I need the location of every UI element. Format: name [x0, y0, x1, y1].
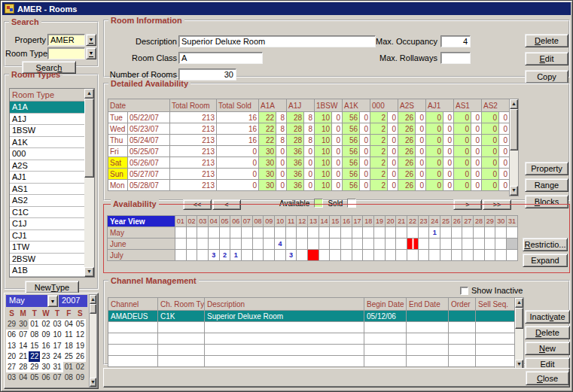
channel-empty-row[interactable]: [108, 333, 515, 345]
availability-row[interactable]: Thu05/24/072131622828810056020260000000: [108, 135, 510, 146]
room-type-item[interactable]: 000: [10, 148, 85, 160]
calendar-day[interactable]: 30: [17, 319, 29, 330]
room-type-dropdown-button[interactable]: ▼: [86, 47, 96, 59]
availability-row[interactable]: Wed05/23/072131622828810056020260000000: [108, 123, 510, 135]
calendar-day[interactable]: 01: [29, 319, 40, 330]
availability-row[interactable]: Mon05/28/07213030036010056020260000000: [108, 180, 510, 191]
room-class-field[interactable]: A: [178, 52, 263, 64]
calendar-day[interactable]: 04: [17, 372, 29, 383]
delete-channel-button[interactable]: Delete: [525, 326, 570, 339]
calendar-day[interactable]: 13: [6, 341, 17, 351]
calendar-day[interactable]: 20: [6, 351, 17, 362]
scroll-down-button[interactable]: ▼: [90, 378, 96, 387]
scroll-up-button[interactable]: ▲: [515, 298, 523, 308]
max-rollaways-field[interactable]: [440, 52, 471, 64]
availability-row[interactable]: Tue05/22/072131622828810056020260000000: [108, 112, 510, 123]
calendar-month-dropdown-button[interactable]: ▼: [47, 295, 58, 307]
room-type-item[interactable]: AS1: [10, 184, 85, 196]
calendar-day[interactable]: 01: [63, 362, 75, 372]
room-type-item[interactable]: 1BSW: [10, 125, 85, 137]
calendar-day[interactable]: 05: [29, 372, 40, 383]
calendar-scrollbar[interactable]: ▲ ▼: [89, 294, 97, 387]
calendar-day[interactable]: 05: [75, 319, 86, 330]
calendar-day[interactable]: 07: [52, 372, 63, 383]
room-type-scrollbar[interactable]: ▲ ▼: [84, 89, 94, 277]
room-type-item[interactable]: 2BSW: [10, 254, 85, 266]
room-type-item[interactable]: 1TW: [10, 242, 85, 254]
show-inactive-checkbox[interactable]: [460, 287, 468, 295]
year-view-month-row[interactable]: June4: [108, 239, 518, 250]
year-view-month-row[interactable]: July3213: [108, 250, 518, 261]
calendar-day[interactable]: 03: [6, 372, 17, 383]
availability-row[interactable]: Sun05/27/07213030036010056020260000000: [108, 169, 510, 180]
calendar-day[interactable]: 26: [75, 351, 86, 362]
room-type-item[interactable]: C1J: [10, 218, 85, 230]
description-field[interactable]: Superior Deluxe Room: [178, 35, 376, 47]
calendar-day[interactable]: 02: [75, 362, 86, 372]
calendar-day[interactable]: 04: [63, 319, 75, 330]
availability-row[interactable]: Fri05/25/07213030036010056020260000000: [108, 146, 510, 157]
calendar-day[interactable]: 27: [6, 362, 17, 372]
calendar-day[interactable]: 09: [40, 330, 51, 340]
property-button[interactable]: Property: [525, 162, 568, 175]
property-input[interactable]: AMER: [47, 34, 85, 46]
room-type-item[interactable]: A2S: [10, 160, 85, 172]
calendar-day[interactable]: 17: [52, 341, 63, 351]
calendar-day[interactable]: 06: [6, 330, 17, 340]
channel-table-scrollbar[interactable]: ▲ ▼: [514, 297, 524, 370]
scroll-down-button[interactable]: ▼: [510, 186, 518, 196]
room-type-item[interactable]: AS2: [10, 195, 85, 207]
calendar-day[interactable]: 29: [6, 319, 17, 330]
calendar-day[interactable]: 03: [52, 319, 63, 330]
calendar-day[interactable]: 30: [40, 362, 51, 372]
restrictions-button[interactable]: Restrictio...: [523, 238, 568, 251]
calendar-day[interactable]: 18: [63, 341, 75, 351]
calendar-day[interactable]: 14: [17, 341, 29, 351]
scrollbar-thumb[interactable]: [515, 308, 523, 329]
channel-empty-row[interactable]: [108, 322, 515, 333]
availability-row[interactable]: Sat05/26/07213030036010056020260000000: [108, 157, 510, 169]
calendar-day[interactable]: 23: [40, 351, 51, 362]
new-channel-button[interactable]: New: [525, 342, 570, 355]
room-type-item[interactable]: A1J: [10, 114, 85, 126]
scroll-down-button[interactable]: ▼: [84, 267, 94, 277]
calendar-day[interactable]: 12: [75, 330, 86, 340]
year-view-month-row[interactable]: May1: [108, 227, 518, 239]
calendar-day[interactable]: 24: [52, 351, 63, 362]
calendar-month-select[interactable]: May: [6, 295, 47, 307]
calendar-day[interactable]: 21: [17, 351, 29, 362]
range-button[interactable]: Range: [525, 178, 568, 192]
channel-empty-row[interactable]: [108, 356, 515, 367]
delete-room-button[interactable]: Delete: [525, 34, 568, 47]
calendar-day[interactable]: 06: [40, 372, 51, 383]
calendar-day[interactable]: 08: [29, 330, 40, 340]
scroll-up-button[interactable]: ▲: [90, 295, 96, 304]
calendar-day[interactable]: 25: [63, 351, 75, 362]
calendar-day[interactable]: 22: [29, 351, 40, 362]
calendar-year-field[interactable]: 2007: [59, 295, 87, 307]
calendar-day[interactable]: 07: [17, 330, 29, 340]
room-type-input[interactable]: [47, 47, 85, 59]
channel-empty-row[interactable]: [108, 345, 515, 356]
room-type-item[interactable]: AJ1: [10, 172, 85, 184]
scrollbar-thumb[interactable]: [84, 99, 94, 178]
property-dropdown-button[interactable]: ▼: [86, 34, 96, 46]
channel-row[interactable]: AMADEUSC1KSuperior Deluxe Room05/12/06: [108, 311, 515, 322]
calendar-day[interactable]: 16: [40, 341, 51, 351]
scroll-up-button[interactable]: ▲: [84, 89, 94, 99]
calendar-day[interactable]: 31: [52, 362, 63, 372]
calendar-day[interactable]: 09: [75, 372, 86, 383]
room-type-item[interactable]: C1C: [10, 207, 85, 219]
scrollbar-thumb[interactable]: [90, 304, 96, 314]
close-button[interactable]: Close: [526, 371, 569, 385]
room-type-item[interactable]: CJ1: [10, 230, 85, 242]
calendar-day[interactable]: 28: [17, 362, 29, 372]
calendar-day[interactable]: 08: [63, 372, 75, 383]
expand-button[interactable]: Expand: [523, 254, 568, 267]
edit-room-button[interactable]: Edit: [525, 52, 568, 65]
max-occupancy-field[interactable]: 4: [440, 35, 471, 47]
room-type-item[interactable]: A1K: [10, 137, 85, 149]
calendar-day[interactable]: 02: [40, 319, 51, 330]
room-type-item[interactable]: A1A: [10, 102, 85, 114]
room-type-item[interactable]: A1B: [10, 265, 85, 277]
